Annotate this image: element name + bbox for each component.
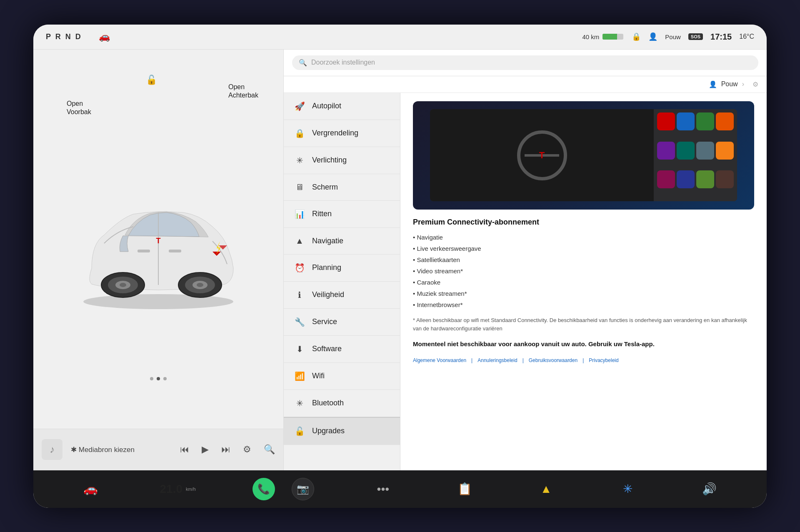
search-bar[interactable]: 🔍 Doorzoek instellingen (292, 55, 758, 70)
menu-label-navigatie: Navigatie (312, 237, 343, 245)
play-button[interactable]: ▶ (202, 444, 209, 455)
menu-item-ritten[interactable]: 📊 Ritten (284, 201, 400, 228)
media-source-label: ✱ Mediabron kiezen (71, 445, 135, 454)
upgrades-icon: 🔓 (294, 426, 305, 436)
menu-item-wifi[interactable]: 📶 Wifi (284, 363, 400, 390)
svg-text:T: T (156, 237, 161, 245)
equalizer-button[interactable]: ⚙ (243, 444, 251, 455)
connectivity-cta: Momenteel niet beschikbaar voor aankoop … (413, 339, 754, 349)
menu-item-bluetooth[interactable]: ✳ Bluetooth (284, 390, 400, 417)
battery-fill (602, 34, 617, 40)
battery-km: 40 km (582, 33, 599, 40)
taskbar-volume-button[interactable]: 🔊 (697, 477, 722, 502)
menu-item-verlichting[interactable]: ✳ Verlichting (284, 147, 400, 174)
media-source[interactable]: ✱ Mediabron kiezen (71, 445, 135, 454)
menu-item-service[interactable]: 🔧 Service (284, 309, 400, 336)
dot-1 (150, 377, 153, 380)
speed-value: 21.0 (160, 482, 183, 495)
feature-internet: • Internetbrowser* (413, 299, 754, 310)
prnd-display: P R N D (46, 32, 82, 41)
speedometer-area: 21.0 km/h (160, 482, 196, 496)
menu-label-software: Software (312, 345, 342, 353)
menu-label-vergrendeling: Vergrendeling (312, 129, 358, 137)
right-panel: 🔍 Doorzoek instellingen 👤 Pouw › ⚙ (283, 50, 767, 470)
media-bar: ♪ ✱ Mediabron kiezen ⏮ ▶ ⏭ ⚙ 🔍 (33, 429, 283, 470)
scherm-icon: 🖥 (294, 182, 305, 192)
menu-item-autopilot[interactable]: 🚀 Autopilot (284, 93, 400, 120)
menu-item-scherm[interactable]: 🖥 Scherm (284, 174, 400, 201)
dots-icon: ••• (377, 482, 389, 496)
profile-person-icon: 👤 (709, 80, 717, 88)
feature-sateliet: • Satellietkaarten (413, 254, 754, 265)
seatbelt-icon: 🚗 (99, 31, 110, 42)
connectivity-note: * Alleen beschikbaar op wifi met Standaa… (413, 316, 754, 334)
label-trunk: OpenAchterbak (228, 83, 258, 100)
menu-item-planning[interactable]: ⏰ Planning (284, 255, 400, 282)
taskbar-center: 📞 📷 (252, 478, 314, 500)
status-right: 🔒 👤 Pouw SOS 17:15 16°C (632, 32, 754, 42)
legal-link-3[interactable]: Gebruiksvoorwaarden (529, 357, 578, 363)
app-icon-1 (657, 112, 675, 130)
sos-badge: SOS (688, 33, 703, 40)
bt-nav-icon: ✳ (623, 482, 632, 496)
camera-icon: 📷 (297, 483, 309, 495)
verlichting-icon: ✳ (294, 155, 305, 165)
taskbar-bt-button[interactable]: ✳ (615, 477, 640, 502)
camera-button[interactable]: 📷 (292, 478, 314, 500)
menu-item-upgrades[interactable]: 🔓 Upgrades (284, 417, 400, 445)
main-content: OpenVoorbak OpenAchterbak 🔓 (33, 50, 767, 470)
taskbar-speed-button[interactable]: 📋 (452, 477, 477, 502)
settings-body: 🚀 Autopilot 🔒 Vergrendeling ✳ Verlichtin… (284, 93, 767, 470)
app-icon-4 (716, 112, 734, 130)
app-icon-2 (677, 112, 695, 130)
search-icon: 🔍 (299, 59, 307, 67)
app-icon-9 (657, 170, 675, 188)
time-display: 17:15 (710, 32, 732, 42)
menu-item-navigatie[interactable]: ▲ Navigatie (284, 228, 400, 255)
app-icon-11 (696, 170, 714, 188)
menu-label-scherm: Scherm (312, 183, 338, 192)
prev-track-button[interactable]: ⏮ (180, 444, 189, 455)
app-icon-7 (696, 142, 714, 160)
menu-item-software[interactable]: ⬇ Software (284, 336, 400, 363)
connectivity-features-list: • Navigatie • Live verkeersweergave • Sa… (413, 232, 754, 310)
search-media-button[interactable]: 🔍 (264, 444, 275, 455)
navigatie-icon: ▲ (294, 236, 305, 246)
next-track-button[interactable]: ⏭ (221, 444, 230, 455)
app-icon-10 (677, 170, 695, 188)
vergrendeling-icon: 🔒 (294, 128, 305, 138)
app-icon-8 (716, 142, 734, 160)
volume-icon: 🔊 (702, 482, 717, 496)
dash-right (654, 109, 737, 201)
taskbar: 🚗 21.0 km/h 📞 📷 ••• 📋 (33, 470, 767, 508)
menu-item-veiligheid[interactable]: ℹ Veiligheid (284, 282, 400, 309)
speed-display: 21.0 (160, 482, 183, 496)
phone-button[interactable]: 📞 (252, 478, 275, 500)
planning-icon: ⏰ (294, 263, 305, 273)
settings-icon[interactable]: ⚙ (752, 80, 758, 88)
menu-label-planning: Planning (312, 263, 341, 272)
legal-link-4[interactable]: Privacybeleid (589, 357, 618, 363)
menu-label-upgrades: Upgrades (312, 427, 345, 435)
person-icon: 👤 (648, 32, 658, 41)
veiligheid-icon: ℹ (294, 290, 305, 300)
feature-live-verkeer: • Live verkeersweergave (413, 243, 754, 254)
feature-video: • Video streamen* (413, 265, 754, 277)
feature-caraoke: • Caraoke (413, 277, 754, 288)
software-icon: ⬇ (294, 344, 305, 354)
settings-header: 🔍 Doorzoek instellingen (284, 50, 767, 76)
dot-2 (157, 377, 160, 380)
screen-outer: P R N D 🚗 40 km 🔒 👤 Pouw SOS 17:15 16°C (33, 25, 767, 508)
legal-link-1[interactable]: Algemene Voorwaarden (413, 357, 466, 363)
bluetooth-icon: ✳ (294, 398, 305, 408)
music-note-icon: ♪ (42, 439, 62, 460)
legal-links: Algemene Voorwaarden | Annuleringsbeleid… (413, 357, 754, 363)
legal-link-2[interactable]: Annuleringsbeleid (478, 357, 517, 363)
taskbar-car-button[interactable]: 🚗 (78, 477, 103, 502)
taskbar-dots-button[interactable]: ••• (370, 477, 395, 502)
taskbar-nav-button[interactable]: ▲ (534, 477, 559, 502)
menu-item-vergrendeling[interactable]: 🔒 Vergrendeling (284, 120, 400, 147)
dot-3 (163, 377, 167, 380)
connectivity-image (413, 101, 754, 210)
search-placeholder: Doorzoek instellingen (311, 59, 375, 66)
